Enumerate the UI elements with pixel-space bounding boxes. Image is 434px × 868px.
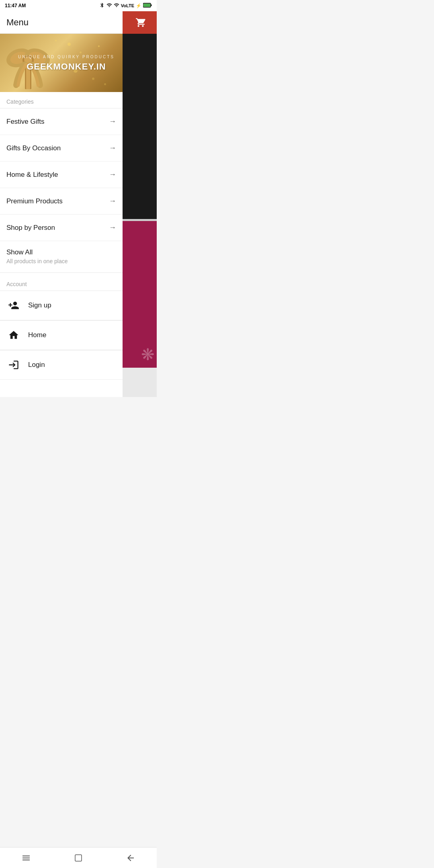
festive-gifts-label: Festive Gifts: [6, 118, 44, 126]
menu-item-premium-products[interactable]: Premium Products →: [0, 188, 123, 215]
premium-products-label: Premium Products: [6, 197, 63, 205]
home-lifestyle-label: Home & Lifestyle: [6, 171, 58, 179]
login-label: Login: [28, 361, 45, 369]
account-item-home[interactable]: Home: [0, 321, 123, 350]
arrow-icon-home: →: [109, 170, 116, 179]
bluetooth-icon: [99, 2, 105, 9]
pink-content-block: ❋: [123, 221, 157, 368]
status-bar: 11:47 AM VoLTE ⚡: [0, 0, 157, 11]
wifi-icon: [106, 2, 112, 9]
show-all-section[interactable]: Show All All products in one place: [0, 241, 123, 273]
menu-item-gifts-by-occasion[interactable]: Gifts By Occasion →: [0, 135, 123, 162]
add-person-icon: [6, 298, 21, 313]
page-wrapper: Menu: [0, 11, 157, 397]
right-panel: ❋: [123, 11, 157, 397]
account-item-signup[interactable]: Sign up: [0, 291, 123, 320]
account-section: Account Sign up Home: [0, 274, 123, 380]
banner-title: GEEKMONKEY.IN: [18, 61, 115, 72]
menu-item-home-lifestyle[interactable]: Home & Lifestyle →: [0, 162, 123, 188]
charging-icon: ⚡: [136, 3, 141, 8]
signup-label: Sign up: [28, 301, 51, 309]
menu-item-festive-gifts[interactable]: Festive Gifts →: [0, 108, 123, 135]
categories-label: Categories: [0, 92, 123, 108]
status-icons: VoLTE ⚡: [99, 2, 152, 9]
show-all-subtitle: All products in one place: [6, 258, 116, 264]
gifts-occasion-label: Gifts By Occasion: [6, 144, 61, 152]
battery-icon: [143, 3, 152, 8]
banner-text: UNIQUE AND QUIRKY PRODUCTS GEEKMONKEY.IN: [18, 54, 115, 72]
header: Menu: [0, 11, 123, 34]
menu-title: Menu: [6, 17, 29, 28]
arrow-icon-occasion: →: [109, 144, 116, 152]
svg-rect-2: [151, 4, 152, 6]
home-icon: [6, 328, 21, 342]
account-item-login[interactable]: Login: [0, 350, 123, 380]
dark-content-block: [123, 34, 157, 219]
banner-subtitle: UNIQUE AND QUIRKY PRODUCTS: [18, 54, 115, 59]
volte-label: VoLTE: [121, 3, 134, 8]
account-label: Account: [0, 274, 123, 291]
svg-rect-1: [143, 4, 150, 7]
home-label: Home: [28, 331, 46, 339]
banner: UNIQUE AND QUIRKY PRODUCTS GEEKMONKEY.IN: [0, 34, 123, 92]
signal-icon: [114, 2, 119, 9]
arrow-icon-festive: →: [109, 117, 116, 126]
menu-item-shop-by-person[interactable]: Shop by Person →: [0, 215, 123, 241]
right-panel-header: [123, 11, 157, 34]
show-all-title: Show All: [6, 248, 116, 256]
drawer-panel: Menu: [0, 11, 123, 397]
arrow-icon-premium: →: [109, 197, 116, 205]
arrow-icon-person: →: [109, 223, 116, 232]
cart-button[interactable]: [131, 13, 150, 32]
shop-person-label: Shop by Person: [6, 224, 55, 232]
floral-decoration: ❋: [141, 345, 155, 364]
time: 11:47 AM: [5, 3, 26, 8]
login-icon: [6, 358, 21, 372]
categories-section: Categories Festive Gifts → Gifts By Occa…: [0, 92, 123, 273]
cart-icon: [135, 17, 146, 28]
